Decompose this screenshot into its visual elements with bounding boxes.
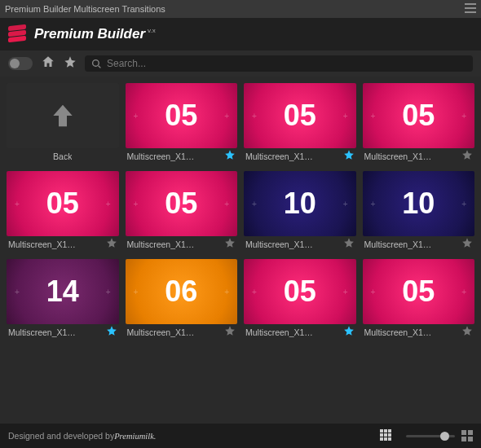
status-bar: Designed and developed by Premiumilk. <box>0 424 481 448</box>
grid-item: + 10 + Multiscreen_X1… <box>363 171 475 253</box>
item-thumbnail[interactable]: + 05 + <box>363 83 475 148</box>
grid-item: + 05 + Multiscreen_X1… <box>363 83 475 165</box>
item-thumbnail[interactable]: + 06 + <box>126 259 238 324</box>
item-label: Multiscreen_X1… <box>364 152 461 161</box>
item-number: 10 <box>402 187 435 221</box>
back-button[interactable] <box>7 83 119 148</box>
item-number: 06 <box>165 275 197 309</box>
item-number: 05 <box>284 99 316 133</box>
svg-point-0 <box>93 59 99 66</box>
favorite-star-icon[interactable] <box>106 325 117 340</box>
back-label: Back <box>53 152 72 161</box>
svg-rect-4 <box>380 433 383 437</box>
grid-item: + 05 + Multiscreen_X1… <box>244 83 356 165</box>
favorite-star-icon[interactable] <box>461 149 473 164</box>
svg-rect-6 <box>388 433 391 437</box>
item-thumbnail[interactable]: + 10 + <box>363 171 475 236</box>
svg-rect-3 <box>388 429 391 433</box>
item-number: 05 <box>284 275 316 309</box>
svg-rect-5 <box>384 433 387 437</box>
search-icon <box>91 59 102 69</box>
title-bar: Premium Builder Multiscreen Transitions <box>0 0 481 18</box>
window-title: Premium Builder Multiscreen Transitions <box>5 4 165 14</box>
favorites-filter-star-icon[interactable] <box>64 55 77 72</box>
footer-prefix: Designed and developed by <box>8 431 114 441</box>
home-icon[interactable] <box>41 55 55 72</box>
item-label: Multiscreen_X1… <box>8 327 104 337</box>
brand-name: Premium Builderv.x <box>34 26 156 42</box>
item-thumbnail[interactable]: + 14 + <box>7 259 119 324</box>
arrow-up-icon <box>46 99 79 132</box>
favorite-star-icon[interactable] <box>106 237 117 252</box>
item-label: Multiscreen_X1… <box>127 239 223 249</box>
favorite-star-icon[interactable] <box>461 237 473 252</box>
item-number: 05 <box>165 187 197 221</box>
item-thumbnail[interactable]: + 05 + <box>126 83 238 148</box>
item-thumbnail[interactable]: + 05 + <box>244 83 356 148</box>
item-label: Multiscreen_X1… <box>8 239 104 249</box>
favorite-star-icon[interactable] <box>343 237 355 252</box>
item-thumbnail[interactable]: + 05 + <box>244 259 356 324</box>
item-number: 05 <box>402 275 435 309</box>
search-input[interactable] <box>107 58 466 69</box>
item-number: 05 <box>165 99 197 133</box>
svg-rect-2 <box>384 429 387 433</box>
grid-item: + 14 + Multiscreen_X1… <box>7 259 119 340</box>
item-label: Multiscreen_X1… <box>127 327 223 337</box>
item-label: Multiscreen_X1… <box>245 152 342 161</box>
grid-item: + 05 + Multiscreen_X1… <box>126 83 238 165</box>
grid-item: + 05 + Multiscreen_X1… <box>7 171 119 253</box>
hamburger-menu-icon[interactable] <box>465 2 476 15</box>
footer-credit: Premiumilk. <box>114 432 156 441</box>
favorite-star-icon[interactable] <box>224 325 236 340</box>
item-number: 05 <box>46 187 79 221</box>
favorite-star-icon[interactable] <box>343 149 355 164</box>
item-thumbnail[interactable]: + 05 + <box>7 171 119 236</box>
favorite-star-icon[interactable] <box>343 325 355 340</box>
svg-rect-7 <box>380 437 383 441</box>
toolbar <box>0 51 481 77</box>
grid-item: + 10 + Multiscreen_X1… <box>244 171 356 253</box>
grid-item: + 05 + Multiscreen_X1… <box>363 259 475 340</box>
item-number: 10 <box>284 187 316 221</box>
toggle-switch[interactable] <box>8 57 33 70</box>
item-label: Multiscreen_X1… <box>245 239 342 249</box>
logo-icon <box>8 25 26 43</box>
item-number: 14 <box>46 275 79 309</box>
item-thumbnail[interactable]: + 10 + <box>244 171 356 236</box>
search-field[interactable] <box>85 55 473 72</box>
item-number: 05 <box>402 99 435 133</box>
svg-rect-8 <box>384 437 387 441</box>
thumbnail-size-slider[interactable] <box>406 435 455 437</box>
grid-item: + 06 + Multiscreen_X1… <box>126 259 238 340</box>
favorite-star-icon[interactable] <box>224 149 236 164</box>
item-label: Multiscreen_X1… <box>245 327 342 337</box>
items-grid: Back + 05 + Multiscreen_X1… + 05 + Multi… <box>0 77 481 347</box>
item-thumbnail[interactable]: + 05 + <box>126 171 238 236</box>
grid-item: + 05 + Multiscreen_X1… <box>244 259 356 340</box>
grid-view-large-icon[interactable] <box>461 430 473 441</box>
header: Premium Builderv.x <box>0 18 481 51</box>
svg-rect-9 <box>388 437 391 441</box>
favorite-star-icon[interactable] <box>224 237 236 252</box>
grid-view-small-icon[interactable] <box>380 429 391 442</box>
back-cell: Back <box>7 83 119 165</box>
item-label: Multiscreen_X1… <box>364 327 461 337</box>
favorite-star-icon[interactable] <box>461 325 473 340</box>
item-label: Multiscreen_X1… <box>364 239 461 249</box>
svg-rect-1 <box>380 429 383 433</box>
grid-item: + 05 + Multiscreen_X1… <box>126 171 238 253</box>
item-thumbnail[interactable]: + 05 + <box>363 259 475 324</box>
item-label: Multiscreen_X1… <box>127 152 223 161</box>
